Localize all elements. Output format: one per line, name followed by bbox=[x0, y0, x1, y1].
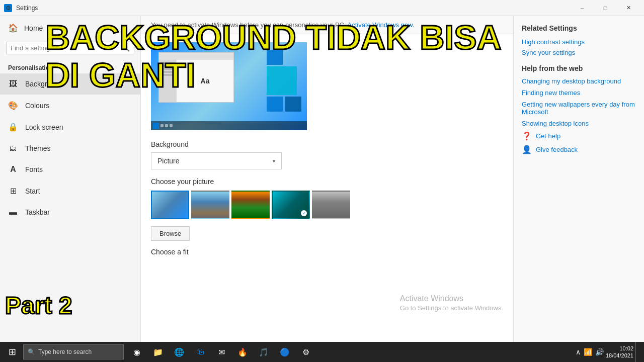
app6-icon: 🔥 bbox=[237, 347, 248, 357]
picture-thumb-1[interactable] bbox=[151, 191, 189, 219]
related-link-high-contrast[interactable]: High contrast settings bbox=[522, 38, 636, 46]
preview-start bbox=[153, 123, 159, 129]
picture-thumb-5[interactable] bbox=[312, 191, 350, 219]
sidebar-item-label: Taskbar bbox=[25, 208, 50, 216]
activate-banner: You need to activate Windows before you … bbox=[141, 16, 513, 34]
sidebar-item-label: Fonts bbox=[25, 165, 43, 173]
question-mark-icon: ❓ bbox=[522, 131, 532, 141]
get-help-action[interactable]: ❓ Get help bbox=[522, 131, 636, 141]
sidebar-item-label: Lock screen bbox=[25, 123, 63, 131]
sidebar-item-label: Themes bbox=[25, 144, 51, 152]
home-icon: 🏠 bbox=[8, 23, 18, 33]
choose-fit-label: Choose a fit bbox=[151, 248, 503, 256]
preview-content: Aa bbox=[159, 60, 233, 102]
taskbar-edge[interactable]: 🌐 bbox=[169, 342, 189, 362]
right-panel: Related Settings High contrast settings … bbox=[513, 16, 644, 342]
taskbar-cortana[interactable]: ◉ bbox=[127, 342, 147, 362]
help-link-desktop-background[interactable]: Changing my desktop background bbox=[522, 77, 636, 85]
sidebar-item-home[interactable]: 🏠 Home bbox=[0, 16, 140, 40]
help-link-finding-themes[interactable]: Finding new themes bbox=[522, 89, 636, 97]
store-icon: 🛍 bbox=[196, 347, 204, 356]
related-settings-title: Related Settings bbox=[522, 24, 636, 32]
settings-app-icon: ⚙ bbox=[4, 4, 12, 12]
fonts-icon: A bbox=[8, 165, 18, 174]
picture-thumb-3[interactable] bbox=[231, 191, 270, 219]
activate-link[interactable]: Activate Windows now. bbox=[348, 21, 415, 29]
mail-icon: ✉ bbox=[218, 347, 225, 357]
taskbar-settings-app[interactable]: ⚙ bbox=[296, 342, 316, 362]
sidebar-item-fonts[interactable]: A Fonts bbox=[0, 159, 140, 180]
preview-sidebar bbox=[159, 60, 177, 102]
cortana-icon: ◉ bbox=[133, 347, 140, 357]
chrome-icon: 🔵 bbox=[280, 347, 290, 357]
activate-text: You need to activate Windows before you … bbox=[151, 21, 346, 29]
chevron-down-icon: ▾ bbox=[273, 158, 275, 164]
close-button[interactable]: ✕ bbox=[617, 0, 640, 16]
taskbar-app7[interactable]: 🎵 bbox=[254, 342, 274, 362]
sidebar-item-taskbar[interactable]: ▬ Taskbar bbox=[0, 202, 140, 223]
watermark-title: Activate Windows bbox=[400, 294, 503, 303]
preview-taskbar bbox=[151, 121, 307, 130]
app7-icon: 🎵 bbox=[259, 347, 269, 357]
taskbar-start-button[interactable]: ⊞ bbox=[2, 342, 22, 362]
taskbar-mail[interactable]: ✉ bbox=[211, 342, 231, 362]
taskbar-icon: ▬ bbox=[8, 208, 18, 217]
window-title: Settings bbox=[16, 5, 38, 12]
taskbar-file-explorer[interactable]: 📁 bbox=[148, 342, 168, 362]
sidebar-item-colours[interactable]: 🎨 Colours bbox=[0, 95, 140, 116]
get-help-link[interactable]: Get help bbox=[536, 132, 560, 140]
search-box[interactable]: 🔍 bbox=[6, 42, 134, 54]
picture-thumb-2[interactable] bbox=[191, 191, 229, 219]
taskbar-app6[interactable]: 🔥 bbox=[232, 342, 253, 362]
sidebar-item-label: Start bbox=[25, 187, 40, 195]
background-dropdown[interactable]: Picture ▾ bbox=[151, 152, 282, 169]
help-link-desktop-icons[interactable]: Showing desktop icons bbox=[522, 120, 636, 127]
title-bar: ⚙ Settings – □ ✕ bbox=[0, 0, 644, 16]
preview-tiles bbox=[267, 50, 302, 112]
windows-icon: ⊞ bbox=[9, 346, 16, 357]
start-menu-icon: ⊞ bbox=[8, 186, 18, 196]
content-area: You need to activate Windows before you … bbox=[141, 16, 513, 342]
edge-icon: 🌐 bbox=[174, 347, 184, 357]
maximize-button[interactable]: □ bbox=[594, 0, 617, 16]
picture-thumb-4[interactable]: ✓ bbox=[272, 191, 310, 219]
minimize-button[interactable]: – bbox=[571, 0, 594, 16]
sidebar-item-start[interactable]: ⊞ Start bbox=[0, 180, 140, 202]
feedback-icon: 👤 bbox=[522, 145, 532, 154]
search-icon: 🔍 bbox=[28, 348, 35, 355]
section-label: Personalisation bbox=[0, 60, 140, 73]
show-desktop-button[interactable] bbox=[635, 342, 638, 362]
taskbar-chrome[interactable]: 🔵 bbox=[275, 342, 295, 362]
give-feedback-action[interactable]: 👤 Give feedback bbox=[522, 145, 636, 154]
sidebar: 🏠 Home 🔍 Personalisation 🖼 Background 🎨 … bbox=[0, 16, 141, 342]
background-icon: 🖼 bbox=[8, 79, 18, 88]
volume-icon[interactable]: 🔊 bbox=[595, 348, 604, 356]
related-link-sync[interactable]: Sync your settings bbox=[522, 49, 636, 56]
search-button[interactable]: 🔍 bbox=[122, 45, 130, 52]
sidebar-item-background[interactable]: 🖼 Background bbox=[0, 73, 140, 95]
network-icon[interactable]: 📶 bbox=[584, 348, 592, 356]
taskbar-store[interactable]: 🛍 bbox=[190, 342, 210, 362]
taskbar-clock[interactable]: 10:02 18/04/2021 bbox=[606, 345, 633, 359]
window-controls: – □ ✕ bbox=[571, 0, 640, 16]
preview-titlebar bbox=[159, 53, 233, 60]
help-link-wallpapers[interactable]: Getting new wallpapers every day from Mi… bbox=[522, 101, 636, 116]
sidebar-item-themes[interactable]: 🗂 Themes bbox=[0, 138, 140, 159]
give-feedback-link[interactable]: Give feedback bbox=[536, 146, 578, 153]
browse-button[interactable]: Browse bbox=[151, 226, 190, 241]
colours-icon: 🎨 bbox=[8, 101, 18, 110]
preview-window: Aa bbox=[158, 52, 234, 103]
sidebar-item-label: Background bbox=[25, 80, 63, 88]
system-tray-icons: ∧ 📶 🔊 bbox=[576, 348, 604, 356]
gear-icon: ⚙ bbox=[302, 347, 309, 357]
activate-watermark: Activate Windows Go to Settings to activ… bbox=[400, 294, 503, 312]
home-label: Home bbox=[24, 24, 43, 32]
taskbar-right: ∧ 📶 🔊 10:02 18/04/2021 bbox=[576, 342, 642, 362]
sidebar-item-label: Colours bbox=[25, 102, 49, 110]
time-display: 10:02 bbox=[606, 345, 633, 352]
search-input[interactable] bbox=[11, 44, 122, 52]
taskbar-search-box[interactable]: 🔍 Type here to search bbox=[23, 344, 124, 359]
desktop-preview: Aa bbox=[151, 42, 307, 130]
sidebar-item-lockscreen[interactable]: 🔒 Lock screen bbox=[0, 116, 140, 138]
tray-chevron-icon[interactable]: ∧ bbox=[576, 348, 581, 356]
